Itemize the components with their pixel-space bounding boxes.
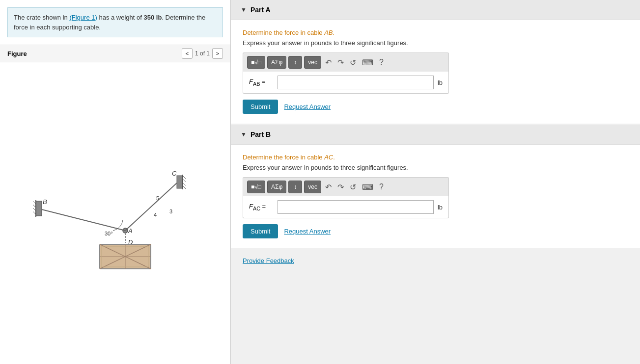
part-a-request-answer-button[interactable]: Request Answer (284, 103, 331, 110)
svg-rect-0 (36, 201, 42, 216)
part-a-section: ▼ Part A Determine the force in cable AB… (231, 0, 640, 124)
problem-weight: 350 lb (143, 14, 162, 21)
part-b-title: Part B (250, 130, 271, 138)
redo-button-a[interactable]: ↷ (335, 57, 346, 68)
problem-text-part1: The crate shown in (14, 14, 69, 21)
help-button-b[interactable]: ? (377, 182, 386, 192)
keyboard-button-a[interactable]: ⌨ (360, 57, 375, 68)
svg-text:5: 5 (156, 195, 159, 201)
svg-text:C: C (172, 170, 177, 177)
svg-line-16 (42, 209, 125, 231)
part-b-content: Determine the force in cable AC. Express… (231, 145, 640, 248)
keyboard-button-b[interactable]: ⌨ (360, 182, 375, 193)
part-b-unit: lb (438, 204, 443, 211)
right-panel: ▼ Part A Determine the force in cable AB… (231, 0, 640, 364)
undo-button-b[interactable]: ↶ (323, 182, 334, 193)
part-b-instruction: Express your answer in pounds to three s… (243, 164, 628, 171)
svg-text:3: 3 (169, 208, 172, 214)
left-panel: The crate shown in (Figure 1) has a weig… (0, 0, 231, 364)
vec-button-a[interactable]: vec (304, 56, 321, 69)
svg-text:30°: 30° (105, 231, 113, 236)
redo-button-b[interactable]: ↷ (335, 182, 346, 193)
part-a-actions: Submit Request Answer (243, 100, 628, 114)
part-b-submit-button[interactable]: Submit (243, 224, 278, 238)
part-b-header[interactable]: ▼ Part B (231, 125, 640, 145)
figure-prev-button[interactable]: < (182, 48, 193, 59)
provide-feedback-button[interactable]: Provide Feedback (231, 249, 306, 272)
arrows-button-b[interactable]: ↕ (288, 181, 302, 193)
part-b-arrow-icon: ▼ (241, 131, 247, 138)
svg-text:B: B (43, 198, 47, 206)
figure-diagram: B C A 5 3 4 30° (32, 157, 199, 270)
svg-rect-7 (177, 176, 183, 188)
part-a-submit-button[interactable]: Submit (243, 100, 278, 114)
problem-text-part2: has a weight of (97, 14, 144, 21)
sigma-button-a[interactable]: ΑΣφ (267, 56, 286, 69)
part-a-toolbar: ■√□ ΑΣφ ↕ vec ↶ ↷ ↺ ⌨ ? (243, 52, 449, 72)
figure-header: Figure < 1 of 1 > (0, 45, 230, 62)
figure-title: Figure (7, 50, 27, 57)
part-a-question: Determine the force in cable AB. (243, 29, 628, 36)
part-b-answer-row: FAC = lb (243, 196, 449, 218)
sigma-button-b[interactable]: ΑΣφ (267, 181, 286, 193)
figure-count: 1 of 1 (195, 50, 210, 57)
refresh-button-b[interactable]: ↺ (348, 182, 358, 193)
part-a-content: Determine the force in cable AB. Express… (231, 20, 640, 124)
part-a-instruction: Express your answer in pounds to three s… (243, 39, 628, 47)
part-b-answer-label: FAC = (249, 203, 274, 211)
help-button-a[interactable]: ? (377, 57, 386, 68)
figure-link[interactable]: (Figure 1) (69, 14, 97, 21)
part-b-section: ▼ Part B Determine the force in cable AC… (231, 125, 640, 248)
figure-next-button[interactable]: > (212, 48, 223, 59)
part-a-answer-input[interactable] (278, 76, 434, 89)
figure-navigation: < 1 of 1 > (182, 48, 223, 59)
svg-line-17 (125, 183, 177, 231)
figure-canvas: B C A 5 3 4 30° (0, 62, 230, 364)
svg-text:4: 4 (154, 212, 157, 218)
problem-text-box: The crate shown in (Figure 1) has a weig… (7, 7, 223, 37)
part-b-actions: Submit Request Answer (243, 224, 628, 238)
undo-button-a[interactable]: ↶ (323, 57, 334, 68)
part-b-question: Determine the force in cable AC. (243, 154, 628, 161)
part-a-title: Part A (250, 6, 271, 14)
arrows-button-a[interactable]: ↕ (288, 56, 302, 69)
part-a-unit: lb (438, 79, 443, 86)
sqrt-button-a[interactable]: ■√□ (247, 56, 265, 69)
part-b-toolbar: ■√□ ΑΣφ ↕ vec ↶ ↷ ↺ ⌨ ? (243, 177, 449, 196)
part-a-header[interactable]: ▼ Part A (231, 0, 640, 20)
refresh-button-a[interactable]: ↺ (348, 57, 358, 68)
part-a-arrow-icon: ▼ (241, 6, 247, 13)
sqrt-button-b[interactable]: ■√□ (247, 181, 265, 193)
vec-button-b[interactable]: vec (304, 181, 321, 193)
part-a-answer-label: FAB = (249, 78, 274, 87)
part-a-answer-row: FAB = lb (243, 72, 449, 94)
part-b-answer-input[interactable] (278, 200, 434, 214)
part-b-request-answer-button[interactable]: Request Answer (284, 228, 331, 235)
